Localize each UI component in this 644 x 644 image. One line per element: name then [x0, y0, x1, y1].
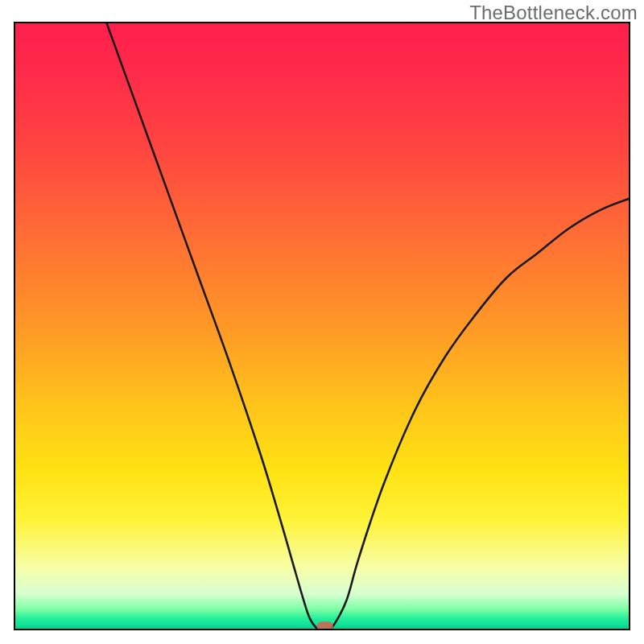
chart-container: TheBottleneck.com	[0, 0, 644, 644]
gradient-background	[14, 22, 630, 630]
plot-area	[14, 22, 630, 630]
watermark-text: TheBottleneck.com	[469, 2, 638, 24]
